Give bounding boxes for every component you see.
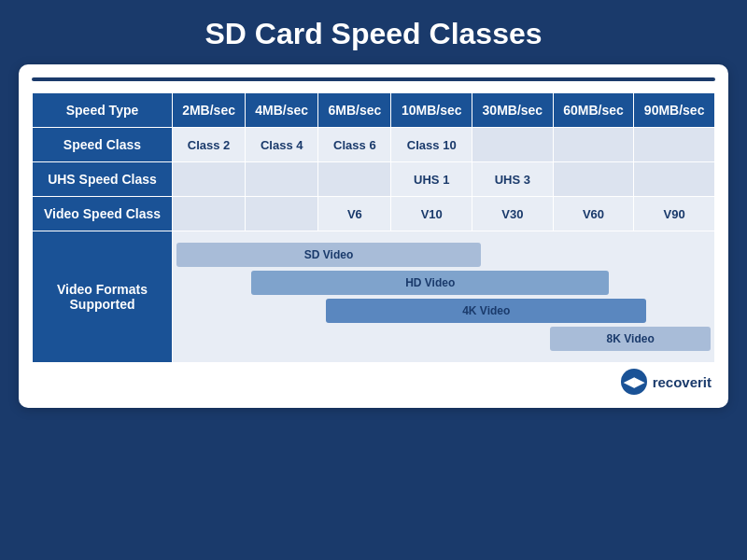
col-header-4: 30MB/sec	[472, 93, 554, 128]
8k-video-bar: 8K Video	[550, 327, 711, 351]
uhs-6	[634, 162, 715, 197]
video-speed-label: Video Speed Class	[33, 197, 173, 231]
speed-class-label: Speed Class	[33, 128, 173, 162]
speed-class-5	[553, 128, 634, 162]
video-1	[246, 197, 318, 231]
4k-video-label: 4K Video	[462, 304, 510, 317]
video-5: V60	[553, 197, 634, 231]
uhs-2	[318, 162, 391, 197]
page-title: SD Card Speed Classes	[0, 0, 747, 64]
col-header-6: 90MB/sec	[634, 93, 715, 128]
video-formats-row: Video FormatsSupported SD Video HD Video	[33, 231, 715, 363]
video-3: V10	[391, 197, 472, 231]
hd-video-bar: HD Video	[251, 271, 609, 295]
uhs-label: UHS Speed Class	[33, 162, 173, 197]
col-header-2: 6MB/sec	[318, 93, 391, 128]
uhs-row: UHS Speed Class UHS 1 UHS 3	[33, 162, 715, 197]
uhs-1	[246, 162, 318, 197]
video-0	[173, 197, 246, 231]
video-speed-row: Video Speed Class V6 V10 V30 V60 V90	[33, 197, 715, 231]
sd-video-bar: SD Video	[176, 243, 481, 267]
video-formats-data: SD Video HD Video 4K Video	[173, 231, 715, 363]
brand: ◀▶ recoverit	[621, 369, 712, 395]
brand-name: recoverit	[653, 374, 712, 390]
card-container: Speed Type 2MB/sec 4MB/sec 6MB/sec 10MB/…	[19, 64, 728, 408]
video-4: V30	[472, 197, 554, 231]
uhs-0	[173, 162, 246, 197]
col-header-0: 2MB/sec	[173, 93, 246, 128]
speed-classes-table: Speed Type 2MB/sec 4MB/sec 6MB/sec 10MB/…	[32, 92, 715, 363]
speed-class-4	[472, 128, 554, 162]
brand-logo: ◀▶	[621, 369, 647, 395]
video-formats-label: Video FormatsSupported	[33, 231, 173, 363]
col-header-1: 4MB/sec	[246, 93, 318, 128]
speed-class-6	[634, 128, 715, 162]
speed-class-3: Class 10	[391, 128, 472, 162]
col-header-5: 60MB/sec	[553, 93, 634, 128]
speed-class-0: Class 2	[173, 128, 246, 162]
8k-video-label: 8K Video	[607, 332, 655, 345]
video-6: V90	[634, 197, 715, 231]
speed-class-1: Class 4	[246, 128, 318, 162]
uhs-5	[553, 162, 634, 197]
uhs-4: UHS 3	[472, 162, 554, 197]
video-bar-container: SD Video HD Video 4K Video	[173, 239, 714, 355]
footer: ◀▶ recoverit	[32, 363, 715, 397]
video-2: V6	[318, 197, 391, 231]
uhs-3: UHS 1	[391, 162, 472, 197]
4k-video-bar: 4K Video	[326, 299, 646, 323]
hd-video-label: HD Video	[405, 276, 455, 289]
top-line	[32, 77, 715, 81]
speed-class-row: Speed Class Class 2 Class 4 Class 6 Clas…	[33, 128, 715, 162]
header-row: Speed Type 2MB/sec 4MB/sec 6MB/sec 10MB/…	[33, 93, 715, 128]
col-header-3: 10MB/sec	[391, 93, 472, 128]
row-label-header: Speed Type	[33, 93, 173, 128]
sd-video-label: SD Video	[304, 248, 353, 261]
speed-class-2: Class 6	[318, 128, 391, 162]
